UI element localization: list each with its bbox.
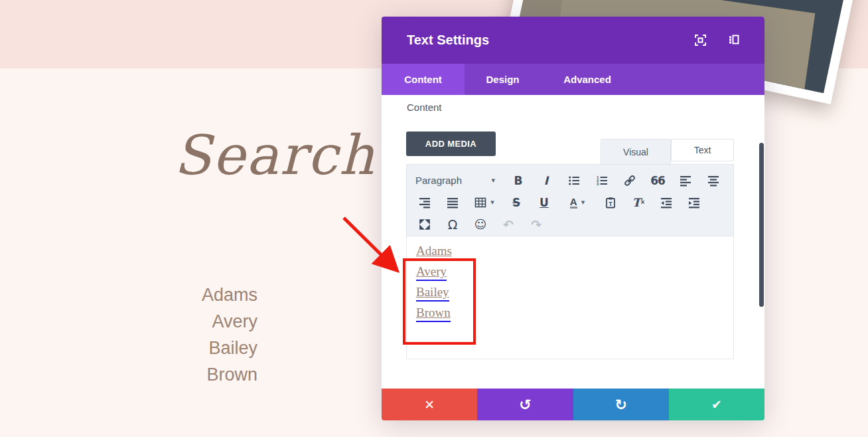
modal-scrollbar-thumb[interactable]	[759, 143, 764, 307]
editor-link[interactable]: Brown	[416, 305, 451, 322]
editor-link[interactable]: Bailey	[416, 284, 449, 302]
modal-header: Text Settings	[382, 17, 764, 64]
text-settings-modal: Text Settings	[382, 17, 764, 420]
tab-advanced[interactable]: Advanced	[541, 64, 634, 95]
tab-design[interactable]: Design	[465, 64, 541, 95]
redo-button[interactable]: ↻	[573, 389, 669, 420]
undo-button[interactable]: ↺	[477, 389, 573, 420]
outdent-icon[interactable]	[657, 193, 676, 212]
editor-content-area[interactable]: Adams Avery Bailey Brown	[406, 236, 734, 359]
surname-link[interactable]: Avery	[106, 308, 257, 335]
cancel-button[interactable]: ✕	[382, 389, 477, 420]
indent-icon[interactable]	[685, 193, 703, 212]
clear-formatting-icon[interactable]: T×	[629, 193, 648, 212]
content-section-label: Content	[407, 102, 442, 113]
editor-link[interactable]: Avery	[416, 264, 447, 281]
toolbar-row-3: Ω ☺ ↶ ↷	[411, 213, 729, 235]
modal-title: Text Settings	[407, 33, 694, 48]
wysiwyg-editor: Paragraph ▾ B I	[406, 164, 734, 359]
chevron-down-icon: ▾	[581, 198, 585, 207]
surname-link[interactable]: Brown	[106, 361, 257, 388]
justify-icon[interactable]	[443, 193, 462, 212]
add-media-button[interactable]: ADD MEDIA	[406, 131, 496, 156]
chevron-down-icon: ▾	[490, 198, 494, 207]
page: Search ima Adams Avery Bailey Brown Text…	[0, 0, 868, 437]
bold-button[interactable]: B	[509, 171, 528, 190]
blockquote-icon[interactable]: 66	[648, 171, 667, 190]
modal-body: Content ADD MEDIA Visual Text Paragraph …	[382, 95, 764, 389]
focus-icon[interactable]	[694, 34, 707, 46]
special-character-icon[interactable]: Ω	[443, 215, 462, 234]
settings-tab-bar: Content Design Advanced	[382, 64, 764, 95]
paragraph-dropdown[interactable]: Paragraph ▾	[415, 171, 495, 190]
table-dropdown[interactable]: ▾	[471, 193, 498, 212]
align-right-icon[interactable]	[415, 193, 434, 212]
tab-content[interactable]: Content	[382, 64, 465, 95]
surname-link-list: Adams Avery Bailey Brown	[106, 282, 257, 388]
editor-link[interactable]: Adams	[416, 243, 452, 260]
italic-button[interactable]: I	[537, 171, 555, 190]
redo-icon[interactable]: ↷	[527, 215, 545, 234]
tab-text[interactable]: Text	[671, 139, 734, 161]
toolbar-row-2: ▾ S U A ▾ T	[411, 191, 729, 213]
split-view-icon[interactable]	[728, 34, 741, 46]
chevron-down-icon: ▾	[491, 176, 495, 185]
toolbar-row-1: Paragraph ▾ B I	[411, 169, 729, 191]
link-icon[interactable]	[620, 171, 639, 190]
fullscreen-icon[interactable]	[415, 215, 434, 234]
align-left-icon[interactable]	[676, 171, 695, 190]
editor-toolbar: Paragraph ▾ B I	[406, 164, 734, 236]
surname-link[interactable]: Adams	[106, 282, 257, 308]
svg-text:3: 3	[597, 181, 599, 185]
paste-as-text-icon[interactable]: T	[601, 193, 620, 212]
align-center-icon[interactable]	[704, 171, 723, 190]
strikethrough-button[interactable]: S	[507, 193, 526, 212]
emoticons-icon[interactable]: ☺	[471, 215, 490, 234]
surname-link[interactable]: Bailey	[106, 335, 257, 361]
text-color-dropdown[interactable]: A ▾	[563, 193, 592, 212]
tab-visual[interactable]: Visual	[601, 139, 671, 164]
modal-footer: ✕ ↺ ↻ ✔	[382, 389, 764, 420]
underline-button[interactable]: U	[535, 193, 553, 212]
bullet-list-icon[interactable]	[565, 171, 583, 190]
undo-icon[interactable]: ↶	[499, 215, 518, 234]
save-button[interactable]: ✔	[669, 389, 764, 420]
svg-text:T: T	[609, 200, 613, 207]
numbered-list-icon[interactable]: 1 2 3	[593, 171, 611, 190]
